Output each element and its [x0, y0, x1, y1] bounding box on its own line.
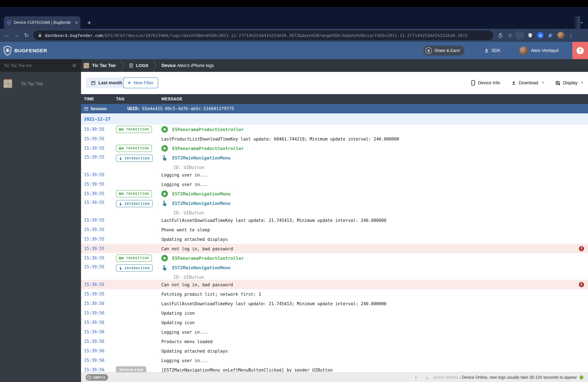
log-row[interactable]: 15:39:56Updating icon: [81, 308, 588, 318]
bugfender-logo[interactable]: BUGFENDER: [3, 45, 47, 55]
sidebar-item-app[interactable]: OXXO Tic Tac Toe: [0, 76, 81, 91]
log-message: LastProductListDownloadTimeKey last upda…: [161, 136, 399, 141]
log-message: Can not log in, bad password: [161, 246, 233, 251]
log-time: 15:39:55: [84, 292, 116, 297]
log-row[interactable]: 15:39:55LastProductListDownloadTimeKey l…: [81, 134, 588, 144]
log-message-cell: EST2MainNavigationMenu: [161, 264, 588, 271]
log-row[interactable]: 15:39:56Updating attached displays: [81, 346, 588, 356]
log-row[interactable]: 15:39:55TRANSITIONEST2MainNavigationMenu: [81, 189, 588, 198]
log-tag-cell: TRANSITION: [116, 190, 161, 197]
new-tab-button[interactable]: +: [85, 19, 93, 26]
extension-icon-shield[interactable]: [527, 32, 534, 39]
log-time: 15:39:56: [84, 320, 116, 325]
share-earn-button[interactable]: $ Share & Earn!: [423, 45, 465, 55]
download-logs-button[interactable]: Download: [511, 80, 544, 85]
log-message: Logging user in...: [161, 330, 208, 335]
back-button[interactable]: ←: [2, 32, 12, 39]
log-row[interactable]: 15:39:56LastFullAssetDownloadTimeKey las…: [81, 299, 588, 308]
extension-icon-circle[interactable]: [516, 32, 524, 39]
log-message: Updating attached displays: [161, 348, 228, 353]
log-time: 15:39:56: [84, 348, 116, 353]
log-message-cell: EST2MainNavigationMenu: [161, 190, 588, 197]
reload-button[interactable]: ↻: [21, 32, 31, 39]
log-row[interactable]: 15:39:55LastFullAssetDownloadTimeKey las…: [81, 215, 588, 225]
log-row[interactable]: 15:39:55Fetching product list; network f…: [81, 289, 588, 299]
org-settings-gear-icon[interactable]: ⚙: [72, 63, 76, 68]
bookmark-star-icon[interactable]: ☆: [508, 32, 513, 39]
device-status-text: Device Online, new logs usually take 30-…: [462, 375, 577, 380]
tap-hand-icon: [161, 264, 168, 271]
session-row[interactable]: Session UUID:65a4a425-09c5-4d7b-ab5c-516…: [81, 104, 588, 113]
chevron-down-icon: [542, 82, 544, 84]
browser-tab[interactable]: Device #187615466 | Bugfende ×: [4, 16, 80, 29]
breadcrumb-app[interactable]: OXXO Tic Tac Toe: [83, 63, 116, 68]
log-row[interactable]: 15:39:55Can not log in, bad password!: [81, 280, 588, 289]
log-row[interactable]: 15:39:55Logging user in...: [81, 179, 588, 189]
log-message: Updating icon: [161, 320, 195, 325]
log-row[interactable]: 15:39:55Updating attached displays: [81, 234, 588, 244]
log-row[interactable]: 15:39:55Logging user in...: [81, 170, 588, 179]
breadcrumb-logs[interactable]: LOGS: [129, 63, 148, 68]
log-title: ESPanoramaProductController: [172, 146, 244, 151]
url-bar[interactable]: dashboard.bugfender.com/bf2/#/bf/device/…: [33, 30, 493, 40]
log-message-cell: ESPanoramaProductController: [161, 255, 588, 261]
log-time: 15:39:56: [84, 339, 116, 344]
extension-icon-a[interactable]: a: [537, 32, 544, 39]
log-row[interactable]: 15:39:55INTERACTIONEST2MainNavigationMen…: [81, 263, 588, 280]
tag-badge-interaction: INTERACTION: [116, 155, 152, 162]
user-avatar: [519, 46, 528, 55]
breadcrumb-device: Device Aleix's iPhone logs: [162, 63, 214, 68]
forward-button[interactable]: →: [12, 32, 21, 39]
log-row[interactable]: 15:39:55INTERACTIONEST2MainNavigationMen…: [81, 198, 588, 215]
log-row[interactable]: 15:39:55Can not log in, bad password!: [81, 244, 588, 253]
log-time: 15:39:55: [84, 282, 116, 287]
app-icon: OXXO: [3, 79, 12, 88]
log-row[interactable]: 15:39:56Logging user in...: [81, 356, 588, 365]
log-time: 15:39:55: [84, 172, 116, 177]
date-range-button[interactable]: Last month: [86, 77, 127, 88]
browser-toolbar: ← → ↻ dashboard.bugfender.com/bf2/#/bf/d…: [0, 29, 588, 42]
log-row[interactable]: 15:39:56Logging user in...: [81, 327, 588, 337]
log-time: 15:39:56: [84, 301, 116, 306]
browser-menu-icon[interactable]: ⋮: [568, 32, 573, 38]
extensions-puzzle-icon[interactable]: [547, 32, 554, 39]
log-row[interactable]: 15:39:55INTERACTIONEST2MainNavigationMen…: [81, 153, 588, 170]
breadcrumb: OXXO Tic Tac Toe LOGS Device Aleix's iPh…: [81, 59, 588, 72]
log-time: 15:39:55: [84, 191, 116, 196]
auto-scroll-toggle[interactable]: AUTO SCROLL: [433, 375, 462, 379]
sdk-button[interactable]: SDK: [484, 48, 501, 53]
share-page-icon[interactable]: [498, 33, 503, 38]
log-time: 15:39:56: [84, 329, 116, 334]
browser-profile-avatar[interactable]: [557, 32, 565, 39]
display-options-button[interactable]: Display: [555, 80, 583, 85]
log-sub-message: ID: UIButton: [173, 165, 588, 170]
help-button[interactable]: ?: [572, 42, 588, 59]
log-message-cell: EST2MainNavigationMenu: [161, 200, 588, 207]
tab-title-fade: [574, 16, 580, 29]
log-row[interactable]: 15:39:55TRANSITIONESPanoramaProductContr…: [81, 125, 588, 134]
play-circle-icon: [161, 145, 168, 151]
padlock-icon: [38, 33, 42, 38]
log-row[interactable]: 15:39:55Phone went to sleep: [81, 225, 588, 234]
log-row[interactable]: 15:39:56Updating icon: [81, 318, 588, 327]
log-time: 15:39:55: [84, 264, 116, 269]
session-calendar-icon: [84, 106, 88, 111]
log-message: LastFullAssetDownloadTimeKey last update…: [161, 218, 386, 223]
tab-search-chevron-icon[interactable]: ⌄: [580, 19, 583, 24]
log-row[interactable]: 15:39:55TRANSITIONESPanoramaProductContr…: [81, 253, 588, 263]
sidebar-org-header: Tic Tac Toe Inc ⚙: [0, 59, 81, 72]
log-row[interactable]: 15:39:55TRANSITIONESPanoramaProductContr…: [81, 144, 588, 153]
log-row[interactable]: 15:39:56Products menu loaded: [81, 337, 588, 346]
tab-close-icon[interactable]: ×: [75, 20, 78, 25]
scroll-up-icon[interactable]: ↑: [415, 375, 417, 380]
user-name: Aleix Ventayol: [531, 48, 559, 53]
online-status-dot: [580, 375, 583, 379]
chevron-down-icon: [581, 82, 583, 84]
user-menu[interactable]: Aleix Ventayol: [519, 46, 559, 55]
device-info-button[interactable]: Device Info: [471, 80, 500, 85]
log-time: 15:39:56: [84, 367, 116, 372]
timezone-button[interactable]: GMT+1: [85, 374, 108, 381]
new-filter-button[interactable]: + New Filter: [123, 77, 158, 88]
log-message-cell: Logging user in...: [161, 357, 588, 363]
scroll-down-icon[interactable]: ↓: [426, 375, 428, 380]
